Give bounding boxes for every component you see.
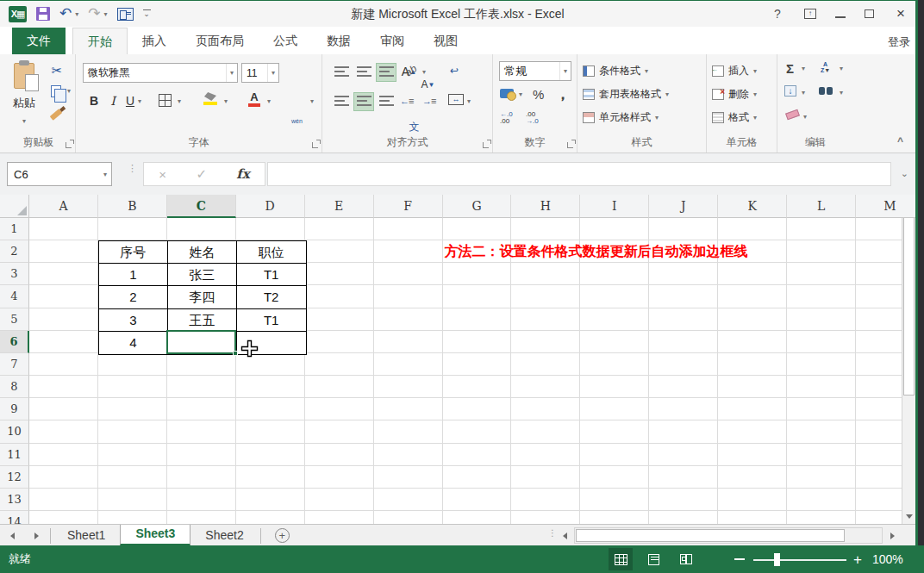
decrease-indent-button[interactable]: ←≡ (400, 96, 413, 106)
zoom-out-button[interactable] (734, 558, 745, 560)
tab-data[interactable]: 数据 (312, 28, 365, 54)
insert-cells-button[interactable]: 插入▾ (712, 61, 773, 80)
top-align-button[interactable] (331, 63, 352, 82)
row-header-8[interactable]: 8 (0, 376, 29, 398)
help-button[interactable]: ? (770, 7, 785, 21)
table-cell[interactable]: T1 (237, 264, 306, 286)
table-cell[interactable]: 序号 (99, 241, 168, 264)
horizontal-scrollbar[interactable] (574, 527, 883, 544)
merge-dropdown-icon[interactable]: ▾ (467, 97, 471, 105)
row-header-14[interactable]: 14 (0, 511, 29, 524)
scroll-right-icon[interactable] (885, 527, 900, 544)
align-right-button[interactable] (376, 92, 396, 111)
page-layout-view-button[interactable] (641, 548, 665, 570)
borders-dropdown-icon[interactable]: ▾ (178, 97, 181, 105)
fill-handle[interactable] (233, 351, 238, 356)
horizontal-scroll-thumb[interactable] (576, 529, 845, 542)
clipboard-dialog-launcher-icon[interactable] (66, 142, 72, 148)
table-cell[interactable]: 张三 (168, 264, 237, 286)
format-painter-button[interactable] (48, 108, 64, 121)
row-header-5[interactable]: 5 (0, 308, 29, 331)
formula-input[interactable] (267, 162, 891, 186)
select-all-corner[interactable] (0, 195, 29, 218)
table-cell[interactable]: 2 (99, 286, 168, 308)
tab-insert[interactable]: 插入 (128, 28, 181, 54)
number-dialog-launcher-icon[interactable] (567, 142, 573, 148)
table-cell[interactable]: 王五 (168, 309, 237, 332)
merge-center-button[interactable]: ↔ (448, 94, 464, 105)
row-header-1[interactable]: 1 (0, 218, 29, 240)
column-header-B[interactable]: B (98, 195, 167, 218)
row-header-7[interactable]: 7 (0, 353, 29, 376)
active-cell-C6[interactable] (166, 330, 236, 354)
tab-file[interactable]: 文件 (12, 28, 66, 54)
tab-page-layout[interactable]: 页面布局 (181, 28, 259, 54)
confirm-entry-icon[interactable]: ✓ (196, 166, 207, 182)
table-cell[interactable]: T2 (237, 286, 306, 308)
row-header-11[interactable]: 11 (0, 444, 29, 466)
ribbon-display-options-icon[interactable]: ↑ (804, 9, 816, 19)
cell-styles-button[interactable]: 单元格样式▾ (583, 108, 702, 127)
row-header-12[interactable]: 12 (0, 466, 29, 489)
row-header-3[interactable]: 3 (0, 263, 29, 285)
find-dropdown-icon[interactable]: ▾ (840, 89, 843, 97)
font-dialog-launcher-icon[interactable] (312, 142, 318, 148)
sort-filter-dropdown-icon[interactable]: ▾ (840, 65, 843, 72)
table-cell[interactable]: 3 (99, 309, 168, 332)
table-cell[interactable]: 1 (99, 264, 168, 286)
wrap-text-button[interactable]: ↩ (450, 65, 459, 77)
row-header-9[interactable]: 9 (0, 398, 29, 420)
sheet-tab-sheet1[interactable]: Sheet1 (53, 525, 120, 546)
column-header-G[interactable]: G (443, 195, 512, 218)
tab-home[interactable]: 开始 (72, 28, 128, 54)
delete-cells-button[interactable]: 删除▾ (712, 84, 773, 103)
zoom-slider-handle[interactable] (774, 553, 780, 566)
column-header-J[interactable]: J (649, 195, 718, 218)
paste-button[interactable]: 粘贴 ▾ (7, 61, 41, 134)
align-left-button[interactable] (331, 92, 352, 111)
format-cells-button[interactable]: 格式▾ (712, 108, 773, 127)
accounting-format-button[interactable] (500, 89, 514, 98)
sort-filter-button[interactable]: AZ▼ (821, 61, 830, 73)
table-cell[interactable]: 职位 (237, 241, 306, 264)
number-format-combobox[interactable]: 常规 ▾ (499, 61, 571, 81)
tab-formulas[interactable]: 公式 (259, 28, 312, 54)
row-header-13[interactable]: 13 (0, 489, 29, 511)
font-name-combobox[interactable]: 微软雅黑 ▾ (83, 63, 238, 83)
column-header-D[interactable]: D (236, 195, 305, 218)
zoom-in-button[interactable]: + (853, 552, 862, 567)
clear-dropdown-icon[interactable]: ▾ (803, 113, 807, 121)
accounting-dropdown-icon[interactable]: ▾ (519, 90, 522, 98)
zoom-level[interactable]: 100% (872, 545, 903, 573)
copy-dropdown-icon[interactable]: ▾ (67, 87, 71, 95)
underline-button[interactable]: U (122, 94, 138, 108)
font-size-combobox[interactable]: 11 ▾ (241, 63, 279, 83)
table-cell[interactable]: 姓名 (168, 241, 237, 264)
vertical-scroll-thumb[interactable] (903, 211, 915, 395)
italic-button[interactable]: I (105, 94, 121, 108)
percent-style-button[interactable]: % (533, 87, 544, 102)
orientation-dropdown-icon[interactable]: ▾ (422, 68, 426, 76)
column-header-H[interactable]: H (511, 195, 580, 218)
find-select-button[interactable] (819, 87, 833, 95)
align-center-button[interactable] (353, 92, 374, 111)
tab-review[interactable]: 审阅 (365, 28, 419, 54)
table-cell[interactable]: 4 (99, 332, 168, 354)
maximize-button[interactable] (865, 9, 874, 18)
borders-button[interactable] (159, 94, 172, 107)
scroll-down-icon[interactable] (902, 509, 915, 524)
sign-in-link[interactable]: 登录 (888, 34, 910, 50)
autosum-dropdown-icon[interactable]: ▾ (802, 65, 805, 72)
minimize-button[interactable] (835, 16, 846, 18)
insert-function-icon[interactable]: fx (236, 166, 249, 182)
column-header-C[interactable]: C (167, 195, 236, 218)
expand-formula-bar-icon[interactable]: ⌄ (901, 168, 908, 179)
row-header-10[interactable]: 10 (0, 420, 29, 443)
font-color-dropdown-icon[interactable]: ▾ (267, 97, 271, 105)
bottom-align-button[interactable] (376, 63, 396, 82)
column-header-M[interactable]: M (856, 195, 915, 218)
phonetic-dropdown-icon[interactable]: ▾ (310, 97, 314, 105)
font-color-button[interactable]: A (248, 92, 260, 107)
cut-button[interactable]: ✂ (48, 63, 66, 78)
clear-button[interactable] (786, 111, 799, 118)
